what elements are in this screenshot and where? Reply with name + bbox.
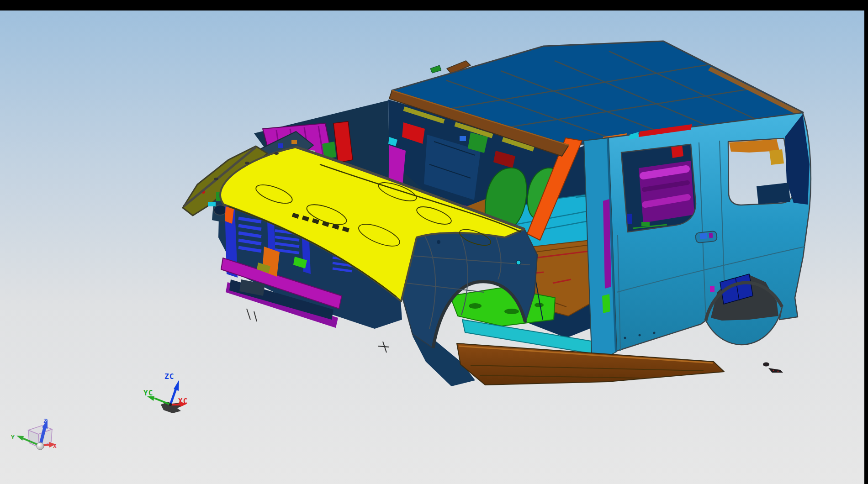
graphics-viewport[interactable]: ZC YC XC Z Y X (0, 0, 868, 484)
wcs-z-label: ZC (164, 372, 174, 381)
door-handle[interactable] (695, 231, 717, 243)
view-x-label: X (53, 442, 57, 449)
wcs-x-label: XC (178, 397, 188, 405)
cad-application-window: ZC YC XC Z Y X (0, 0, 868, 484)
body-side-quarter[interactable] (586, 113, 811, 352)
view-y-label: Y (11, 434, 15, 441)
wcs-y-label: YC (143, 389, 153, 397)
triad-origin-sphere[interactable] (37, 442, 44, 450)
headlamp-opening (214, 205, 227, 215)
view-z-label: Z (43, 417, 47, 424)
